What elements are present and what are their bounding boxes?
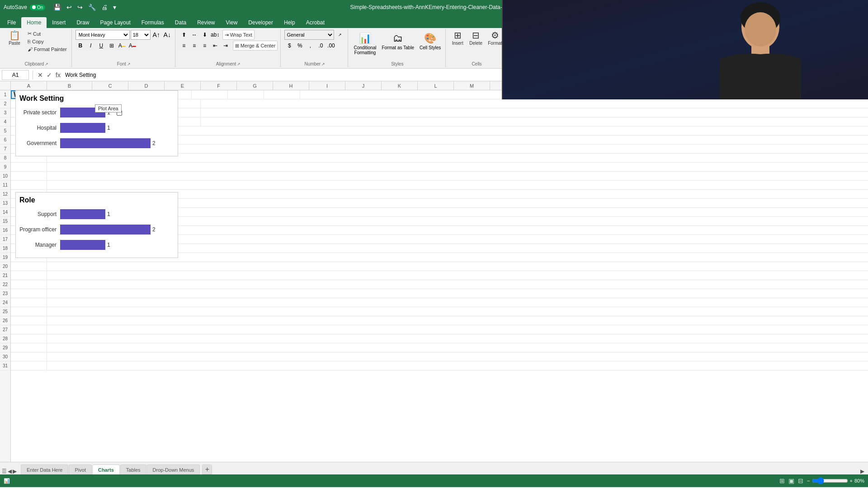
col-header-l[interactable]: L <box>418 81 454 90</box>
insert-function-icon[interactable]: fx <box>55 70 61 80</box>
col-header-d[interactable]: D <box>128 81 165 90</box>
conditional-formatting-button[interactable]: 📊 ConditionalFormatting <box>352 32 378 56</box>
cell-a24[interactable] <box>11 298 47 307</box>
cell-e1[interactable] <box>264 90 300 99</box>
confirm-formula-icon[interactable]: ✓ <box>46 70 53 80</box>
row-15[interactable]: 15 <box>0 217 10 226</box>
row-7[interactable]: 7 <box>0 145 10 154</box>
row-29[interactable]: 29 <box>0 343 10 352</box>
col-header-i[interactable]: I <box>309 81 345 90</box>
cell-a11[interactable] <box>11 181 47 189</box>
cell-a21[interactable] <box>11 271 47 280</box>
page-layout-view-button[interactable]: ▣ <box>788 477 794 484</box>
row-26[interactable]: 26 <box>0 316 10 325</box>
col-header-k[interactable]: K <box>382 81 418 90</box>
row-11[interactable]: 11 <box>0 181 10 190</box>
tab-charts[interactable]: Charts <box>92 465 120 474</box>
align-bottom-button[interactable]: ⬇ <box>200 30 210 40</box>
row-8[interactable]: 8 <box>0 154 10 163</box>
save-icon[interactable]: 💾 <box>52 3 63 12</box>
row-14[interactable]: 14 <box>0 208 10 217</box>
orientation-button[interactable]: ab↕ <box>210 30 220 40</box>
percent-button[interactable]: % <box>295 41 305 51</box>
cell-a10[interactable] <box>11 172 47 180</box>
align-middle-button[interactable]: ↔ <box>189 30 199 40</box>
cut-button[interactable]: ✂ Cut <box>26 30 69 38</box>
customize-icon[interactable]: 🔧 <box>86 3 98 12</box>
row-3[interactable]: 3 <box>0 108 10 117</box>
tab-draw[interactable]: Draw <box>71 17 94 28</box>
col-header-f[interactable]: F <box>201 81 237 90</box>
cell-styles-button[interactable]: 🎨 Cell Styles <box>418 32 443 51</box>
comma-button[interactable]: , <box>305 41 315 51</box>
col-header-b[interactable]: B <box>47 81 92 90</box>
tab-formulas[interactable]: Formulas <box>136 17 170 28</box>
cell-a20[interactable] <box>11 262 47 271</box>
row-12[interactable]: 12 <box>0 190 10 199</box>
col-header-a[interactable]: A <box>11 81 47 90</box>
cell-a31[interactable] <box>11 361 47 370</box>
copy-button[interactable]: ⎘ Copy <box>26 38 69 45</box>
row-17[interactable]: 17 <box>0 235 10 244</box>
col-header-e[interactable]: E <box>165 81 201 90</box>
increase-font-button[interactable]: A↑ <box>151 30 161 40</box>
normal-view-button[interactable]: ⊞ <box>779 477 785 484</box>
increase-decimal-button[interactable]: .00 <box>326 41 336 51</box>
cell-a28[interactable] <box>11 334 47 343</box>
scroll-right-icon[interactable]: ▶ <box>13 468 17 474</box>
cell-d1[interactable] <box>228 90 264 99</box>
increase-indent-button[interactable]: ⇥ <box>221 41 231 51</box>
align-right-button[interactable]: ≡ <box>200 41 210 51</box>
col-header-m[interactable]: M <box>454 81 490 90</box>
cell-a22[interactable] <box>11 280 47 289</box>
autosave-toggle[interactable]: On <box>30 5 45 10</box>
format-as-table-button[interactable]: 🗂 Format as Table <box>380 32 416 51</box>
tab-view[interactable]: View <box>221 17 243 28</box>
cell-c1[interactable] <box>192 90 228 99</box>
tab-data[interactable]: Data <box>170 17 192 28</box>
font-name-select[interactable]: Mont Heavy <box>75 30 130 40</box>
align-top-button[interactable]: ⬆ <box>179 30 189 40</box>
wrap-text-button[interactable]: ⇥ Wrap Text <box>222 30 255 40</box>
down-arrow-icon[interactable]: ▾ <box>111 3 118 12</box>
number-format-select[interactable]: General <box>284 30 334 40</box>
row-18[interactable]: 18 <box>0 244 10 253</box>
tab-drop-down-menus[interactable]: Drop-Down Menus <box>147 465 200 474</box>
row-19[interactable]: 19 <box>0 253 10 262</box>
border-button[interactable]: ⊞ <box>107 41 117 51</box>
alignment-expand-icon[interactable]: ↗ <box>237 62 241 66</box>
row-31[interactable]: 31 <box>0 361 10 371</box>
tab-acrobat[interactable]: Acrobat <box>301 17 330 28</box>
col-header-j[interactable]: J <box>345 81 382 90</box>
underline-button[interactable]: U <box>96 41 106 51</box>
tab-home[interactable]: Home <box>21 17 47 28</box>
bold-button[interactable]: B <box>75 41 85 51</box>
row-20[interactable]: 20 <box>0 262 10 271</box>
tab-file[interactable]: File <box>2 17 21 28</box>
sheet-menu-icon[interactable]: ☰ <box>2 468 7 474</box>
row-5[interactable]: 5 <box>0 127 10 136</box>
cell-a27[interactable] <box>11 325 47 334</box>
decrease-font-button[interactable]: A↓ <box>162 30 172 40</box>
row-1[interactable]: 1 <box>0 90 10 99</box>
cell-a23[interactable] <box>11 289 47 298</box>
tab-review[interactable]: Review <box>192 17 220 28</box>
row-27[interactable]: 27 <box>0 325 10 334</box>
tab-developer[interactable]: Developer <box>243 17 278 28</box>
cell-reference-input[interactable]: A1 <box>2 70 29 80</box>
italic-button[interactable]: I <box>86 41 96 51</box>
fill-color-button[interactable]: A▬ <box>117 41 127 51</box>
decrease-indent-button[interactable]: ⇤ <box>210 41 220 51</box>
paste-button[interactable]: 📋 Paste <box>5 30 24 47</box>
zoom-slider[interactable] <box>812 477 848 484</box>
font-color-button[interactable]: A▬ <box>127 41 137 51</box>
row-6[interactable]: 6 <box>0 136 10 145</box>
col-header-c[interactable]: C <box>92 81 128 90</box>
number-expand-icon[interactable]: ↗ <box>321 62 325 66</box>
format-button[interactable]: ⚙ Format <box>486 30 504 47</box>
number-expand-icon-btn[interactable]: ↗ <box>335 30 345 40</box>
row-24[interactable]: 24 <box>0 298 10 307</box>
col-header-h[interactable]: H <box>273 81 309 90</box>
align-center-button[interactable]: ≡ <box>189 41 199 51</box>
row-13[interactable]: 13 <box>0 199 10 208</box>
